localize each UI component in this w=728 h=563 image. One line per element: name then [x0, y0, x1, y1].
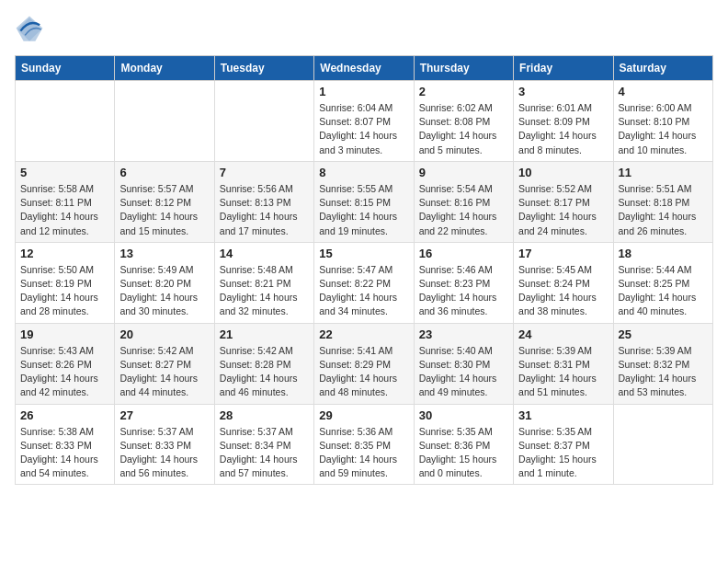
- day-number: 13: [119, 247, 209, 260]
- day-info: Sunrise: 5:49 AM Sunset: 8:20 PM Dayligh…: [119, 263, 209, 319]
- calendar-week-3: 12Sunrise: 5:50 AM Sunset: 8:19 PM Dayli…: [16, 242, 713, 323]
- calendar-week-1: 1Sunrise: 6:04 AM Sunset: 8:07 PM Daylig…: [16, 81, 713, 162]
- day-info: Sunrise: 5:42 AM Sunset: 8:28 PM Dayligh…: [220, 344, 309, 400]
- calendar-cell: 2Sunrise: 6:02 AM Sunset: 8:08 PM Daylig…: [414, 81, 513, 162]
- day-info: Sunrise: 5:40 AM Sunset: 8:30 PM Dayligh…: [419, 344, 508, 400]
- day-number: 27: [119, 408, 209, 422]
- day-info: Sunrise: 5:35 AM Sunset: 8:37 PM Dayligh…: [518, 425, 608, 481]
- day-info: Sunrise: 5:52 AM Sunset: 8:17 PM Dayligh…: [518, 182, 608, 238]
- column-header-tuesday: Tuesday: [214, 56, 313, 81]
- day-info: Sunrise: 6:04 AM Sunset: 8:07 PM Dayligh…: [319, 101, 408, 157]
- day-info: Sunrise: 5:47 AM Sunset: 8:22 PM Dayligh…: [319, 263, 408, 319]
- day-info: Sunrise: 5:46 AM Sunset: 8:23 PM Dayligh…: [419, 263, 508, 319]
- calendar-cell: 10Sunrise: 5:52 AM Sunset: 8:17 PM Dayli…: [514, 161, 613, 242]
- day-info: Sunrise: 6:00 AM Sunset: 8:10 PM Dayligh…: [619, 101, 708, 157]
- day-number: 11: [619, 166, 708, 179]
- calendar-cell: 1Sunrise: 6:04 AM Sunset: 8:07 PM Daylig…: [314, 81, 414, 162]
- calendar-cell: [214, 81, 313, 162]
- day-info: Sunrise: 5:57 AM Sunset: 8:12 PM Dayligh…: [119, 182, 209, 238]
- day-info: Sunrise: 5:56 AM Sunset: 8:13 PM Dayligh…: [220, 182, 309, 238]
- day-info: Sunrise: 5:42 AM Sunset: 8:27 PM Dayligh…: [119, 344, 209, 400]
- page-header: [15, 15, 713, 44]
- logo: [15, 15, 48, 44]
- calendar-cell: 31Sunrise: 5:35 AM Sunset: 8:37 PM Dayli…: [514, 404, 613, 485]
- calendar-cell: 28Sunrise: 5:37 AM Sunset: 8:34 PM Dayli…: [214, 404, 313, 485]
- day-number: 18: [619, 247, 708, 260]
- calendar-cell: 4Sunrise: 6:00 AM Sunset: 8:10 PM Daylig…: [613, 81, 712, 162]
- calendar-cell: 8Sunrise: 5:55 AM Sunset: 8:15 PM Daylig…: [314, 161, 414, 242]
- calendar-cell: 21Sunrise: 5:42 AM Sunset: 8:28 PM Dayli…: [214, 323, 313, 404]
- day-number: 29: [319, 408, 408, 422]
- calendar-cell: [16, 81, 115, 162]
- day-info: Sunrise: 5:41 AM Sunset: 8:29 PM Dayligh…: [319, 344, 408, 400]
- day-number: 20: [119, 327, 209, 341]
- column-header-friday: Friday: [514, 56, 613, 81]
- day-info: Sunrise: 5:54 AM Sunset: 8:16 PM Dayligh…: [419, 182, 508, 238]
- column-header-saturday: Saturday: [613, 56, 712, 81]
- column-header-thursday: Thursday: [414, 56, 513, 81]
- calendar-cell: 29Sunrise: 5:36 AM Sunset: 8:35 PM Dayli…: [314, 404, 414, 485]
- calendar-cell: 15Sunrise: 5:47 AM Sunset: 8:22 PM Dayli…: [314, 242, 414, 323]
- calendar-cell: 11Sunrise: 5:51 AM Sunset: 8:18 PM Dayli…: [613, 161, 712, 242]
- calendar-cell: 18Sunrise: 5:44 AM Sunset: 8:25 PM Dayli…: [613, 242, 712, 323]
- calendar-cell: 6Sunrise: 5:57 AM Sunset: 8:12 PM Daylig…: [115, 161, 214, 242]
- column-header-wednesday: Wednesday: [314, 56, 414, 81]
- day-number: 4: [619, 85, 708, 98]
- day-number: 7: [220, 166, 309, 179]
- day-number: 17: [518, 247, 608, 260]
- day-number: 16: [419, 247, 508, 260]
- day-number: 19: [20, 327, 109, 341]
- day-info: Sunrise: 5:39 AM Sunset: 8:31 PM Dayligh…: [518, 344, 608, 400]
- calendar-cell: 25Sunrise: 5:39 AM Sunset: 8:32 PM Dayli…: [613, 323, 712, 404]
- day-number: 24: [518, 327, 608, 341]
- day-info: Sunrise: 5:45 AM Sunset: 8:24 PM Dayligh…: [518, 263, 608, 319]
- day-number: 21: [220, 327, 309, 341]
- day-info: Sunrise: 5:44 AM Sunset: 8:25 PM Dayligh…: [619, 263, 708, 319]
- day-number: 23: [419, 327, 508, 341]
- day-info: Sunrise: 5:37 AM Sunset: 8:34 PM Dayligh…: [220, 425, 309, 481]
- day-info: Sunrise: 5:37 AM Sunset: 8:33 PM Dayligh…: [119, 425, 209, 481]
- calendar-cell: 5Sunrise: 5:58 AM Sunset: 8:11 PM Daylig…: [16, 161, 115, 242]
- day-number: 26: [20, 408, 109, 422]
- day-number: 22: [319, 327, 408, 341]
- day-info: Sunrise: 6:02 AM Sunset: 8:08 PM Dayligh…: [419, 101, 508, 157]
- day-info: Sunrise: 5:50 AM Sunset: 8:19 PM Dayligh…: [20, 263, 109, 319]
- calendar-cell: 24Sunrise: 5:39 AM Sunset: 8:31 PM Dayli…: [514, 323, 613, 404]
- calendar-week-4: 19Sunrise: 5:43 AM Sunset: 8:26 PM Dayli…: [16, 323, 713, 404]
- calendar-cell: 27Sunrise: 5:37 AM Sunset: 8:33 PM Dayli…: [115, 404, 214, 485]
- calendar-cell: 22Sunrise: 5:41 AM Sunset: 8:29 PM Dayli…: [314, 323, 414, 404]
- day-info: Sunrise: 5:43 AM Sunset: 8:26 PM Dayligh…: [20, 344, 109, 400]
- day-number: 2: [419, 85, 508, 98]
- day-number: 28: [220, 408, 309, 422]
- calendar-table: SundayMondayTuesdayWednesdayThursdayFrid…: [15, 55, 713, 485]
- column-header-monday: Monday: [115, 56, 214, 81]
- day-info: Sunrise: 5:58 AM Sunset: 8:11 PM Dayligh…: [20, 182, 109, 238]
- day-info: Sunrise: 5:55 AM Sunset: 8:15 PM Dayligh…: [319, 182, 408, 238]
- day-number: 3: [518, 85, 608, 98]
- day-number: 12: [20, 247, 109, 260]
- calendar-cell: [613, 404, 712, 485]
- day-info: Sunrise: 5:38 AM Sunset: 8:33 PM Dayligh…: [20, 425, 109, 481]
- day-number: 30: [419, 408, 508, 422]
- day-number: 6: [119, 166, 209, 179]
- day-number: 10: [518, 166, 608, 179]
- calendar-cell: 14Sunrise: 5:48 AM Sunset: 8:21 PM Dayli…: [214, 242, 313, 323]
- day-number: 5: [20, 166, 109, 179]
- day-info: Sunrise: 5:51 AM Sunset: 8:18 PM Dayligh…: [619, 182, 708, 238]
- day-number: 15: [319, 247, 408, 260]
- calendar-cell: 19Sunrise: 5:43 AM Sunset: 8:26 PM Dayli…: [16, 323, 115, 404]
- day-number: 31: [518, 408, 608, 422]
- day-number: 9: [419, 166, 508, 179]
- column-header-sunday: Sunday: [16, 56, 115, 81]
- calendar-cell: 3Sunrise: 6:01 AM Sunset: 8:09 PM Daylig…: [514, 81, 613, 162]
- day-number: 25: [619, 327, 708, 341]
- calendar-week-2: 5Sunrise: 5:58 AM Sunset: 8:11 PM Daylig…: [16, 161, 713, 242]
- calendar-cell: 9Sunrise: 5:54 AM Sunset: 8:16 PM Daylig…: [414, 161, 513, 242]
- logo-icon: [15, 15, 44, 44]
- calendar-cell: 26Sunrise: 5:38 AM Sunset: 8:33 PM Dayli…: [16, 404, 115, 485]
- calendar-week-5: 26Sunrise: 5:38 AM Sunset: 8:33 PM Dayli…: [16, 404, 713, 485]
- day-number: 8: [319, 166, 408, 179]
- calendar-cell: 30Sunrise: 5:35 AM Sunset: 8:36 PM Dayli…: [414, 404, 513, 485]
- calendar-cell: 20Sunrise: 5:42 AM Sunset: 8:27 PM Dayli…: [115, 323, 214, 404]
- day-number: 14: [220, 247, 309, 260]
